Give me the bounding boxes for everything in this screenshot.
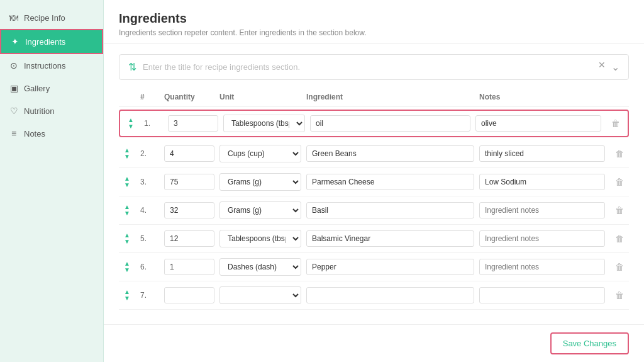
delete-button-7[interactable]: 🗑 <box>610 290 629 300</box>
notes-input-7[interactable] <box>479 287 605 303</box>
table-row: ▲▼ 7. Tablespoons (tbsp) Cups (cup) Gram… <box>119 281 629 310</box>
ingredient-input-7[interactable] <box>306 287 474 303</box>
quantity-input-4[interactable] <box>164 202 214 218</box>
page-title: Ingredients <box>119 11 629 26</box>
unit-select-1[interactable]: Tablespoons (tbsp) Cups (cup) Grams (g) … <box>223 115 305 132</box>
delete-button-4[interactable]: 🗑 <box>610 205 629 215</box>
notes-input-2[interactable] <box>479 145 605 162</box>
row-sorter-5[interactable]: ▲▼ <box>119 232 135 245</box>
col-ingredient: Ingredient <box>306 93 474 101</box>
page-header: Ingredients Ingredients section repeter … <box>104 0 644 44</box>
delete-button-1[interactable]: 🗑 <box>606 118 625 128</box>
row-sorter-7[interactable]: ▲▼ <box>119 289 135 302</box>
col-notes: Notes <box>479 93 605 101</box>
content-area: ⇅ Enter the title for recipe ingredients… <box>104 44 644 324</box>
nutrition-icon: ♡ <box>9 106 19 116</box>
sidebar: 🍽 Recipe Info ✦ Ingredients ⊙ Instructio… <box>0 0 104 362</box>
section-title-bar: ⇅ Enter the title for recipe ingredients… <box>119 54 629 80</box>
quantity-input-3[interactable] <box>164 174 214 190</box>
quantity-input-2[interactable] <box>164 145 214 162</box>
unit-select-6[interactable]: Dashes (dash) Tablespoons (tbsp) Cups (c… <box>219 258 301 276</box>
unit-select-4[interactable]: Grams (g) Tablespoons (tbsp) Cups (cup) … <box>219 201 301 219</box>
table-row: ▲▼ 5. Tablespoons (tbsp) Cups (cup) Gram… <box>119 225 629 253</box>
col-quantity: Quantity <box>164 93 214 101</box>
delete-button-3[interactable]: 🗑 <box>610 177 629 187</box>
table-row: ▲▼ 3. Grams (g) Tablespoons (tbsp) Cups … <box>119 168 629 196</box>
section-chevron-icon[interactable]: ⌄ <box>611 61 619 73</box>
unit-select-2[interactable]: Cups (cup) Tablespoons (tbsp) Grams (g) … <box>219 145 301 162</box>
section-close-button[interactable]: ✕ <box>598 60 606 70</box>
section-sort-handle[interactable]: ⇅ <box>128 61 136 73</box>
delete-button-2[interactable]: 🗑 <box>610 149 629 159</box>
sidebar-item-nutrition[interactable]: ♡ Nutrition <box>0 99 103 122</box>
row-sorter-4[interactable]: ▲▼ <box>119 204 135 217</box>
unit-select-7[interactable]: Tablespoons (tbsp) Cups (cup) Grams (g) … <box>219 286 301 304</box>
sidebar-item-instructions[interactable]: ⊙ Instructions <box>0 54 103 77</box>
table-row: ▲▼ 6. Dashes (dash) Tablespoons (tbsp) C… <box>119 253 629 281</box>
table-header: # Quantity Unit Ingredient Notes <box>119 93 629 107</box>
ingredient-input-4[interactable] <box>306 202 474 218</box>
ingredients-icon: ✦ <box>10 37 20 47</box>
recipe-info-icon: 🍽 <box>9 13 19 23</box>
table-row: ▲▼ 1. Tablespoons (tbsp) Cups (cup) Gram… <box>119 110 629 137</box>
col-num: # <box>140 93 159 101</box>
sidebar-item-recipe-info[interactable]: 🍽 Recipe Info <box>0 6 103 29</box>
notes-input-5[interactable] <box>479 230 605 247</box>
ingredient-input-6[interactable] <box>306 259 474 275</box>
ingredient-input-3[interactable] <box>306 174 474 190</box>
quantity-input-6[interactable] <box>164 259 214 275</box>
sidebar-item-gallery[interactable]: ▣ Gallery <box>0 77 103 99</box>
table-row: ▲▼ 2. Cups (cup) Tablespoons (tbsp) Gram… <box>119 140 629 168</box>
ingredient-input-2[interactable] <box>306 145 474 162</box>
ingredient-input-1[interactable] <box>310 115 470 132</box>
delete-button-5[interactable]: 🗑 <box>610 234 629 244</box>
table-row: ▲▼ 4. Grams (g) Tablespoons (tbsp) Cups … <box>119 196 629 225</box>
quantity-input-7[interactable] <box>164 287 214 303</box>
notes-input-1[interactable] <box>475 115 601 132</box>
quantity-input-1[interactable] <box>168 115 218 132</box>
gallery-icon: ▣ <box>9 83 19 93</box>
row-sorter-2[interactable]: ▲▼ <box>119 147 135 160</box>
notes-input-6[interactable] <box>479 259 605 275</box>
row-sorter-6[interactable]: ▲▼ <box>119 261 135 273</box>
main-content: Ingredients Ingredients section repeter … <box>104 0 644 362</box>
ingredient-input-5[interactable] <box>306 230 474 247</box>
delete-button-6[interactable]: 🗑 <box>610 262 629 272</box>
footer: Save Changes <box>104 324 644 362</box>
col-unit: Unit <box>219 93 301 101</box>
notes-input-4[interactable] <box>479 202 605 218</box>
instructions-icon: ⊙ <box>9 60 19 71</box>
sidebar-item-ingredients[interactable]: ✦ Ingredients <box>0 29 103 54</box>
row-sorter-1[interactable]: ▲▼ <box>123 117 139 130</box>
save-changes-button[interactable]: Save Changes <box>550 332 629 354</box>
page-subtitle: Ingredients section repeter content. Ent… <box>119 28 629 37</box>
ingredients-table: # Quantity Unit Ingredient Notes ▲▼ 1. T… <box>119 93 629 310</box>
notes-input-3[interactable] <box>479 174 605 190</box>
section-title-input[interactable]: Enter the title for recipe ingredients s… <box>143 62 611 72</box>
quantity-input-5[interactable] <box>164 230 214 247</box>
sidebar-item-notes[interactable]: ≡ Notes <box>0 122 103 145</box>
unit-select-3[interactable]: Grams (g) Tablespoons (tbsp) Cups (cup) … <box>219 173 301 191</box>
row-sorter-3[interactable]: ▲▼ <box>119 176 135 188</box>
unit-select-5[interactable]: Tablespoons (tbsp) Cups (cup) Grams (g) … <box>219 230 301 247</box>
notes-icon: ≡ <box>9 128 19 139</box>
